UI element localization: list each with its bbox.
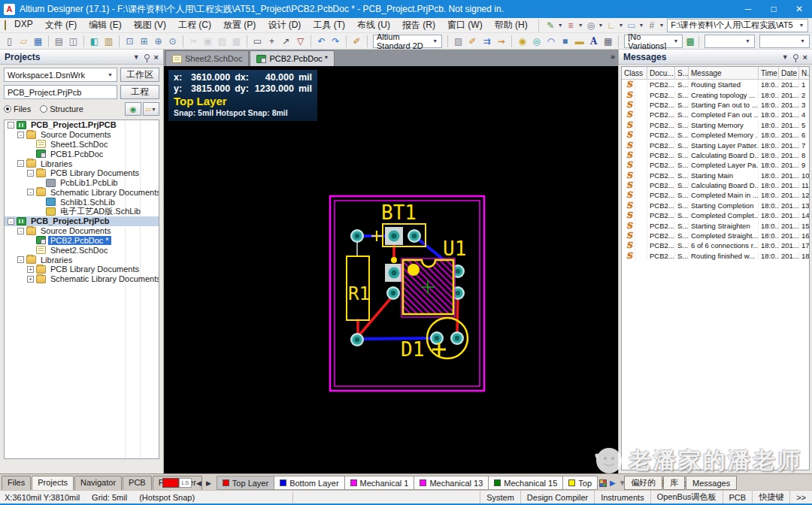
via-icon[interactable]: ◎ [530,35,543,47]
message-row[interactable]: SPCB2....S...Completed Complet...18:0...… [622,210,809,220]
pcb-layout[interactable]: BT1 U1 R1 D1 [164,66,618,473]
empty-combo-2[interactable]: ▼ [759,35,810,48]
route-hatch-icon[interactable]: ▨ [452,35,465,47]
column-header-2[interactable]: S... [675,67,689,79]
align-tool-dropdown-icon[interactable]: ▼ [578,23,583,28]
open-device-view-icon[interactable]: ◧ [88,35,101,47]
variant-board-icon[interactable]: ▩ [686,35,695,47]
menu-item-1[interactable]: 文件 (F) [39,17,83,33]
bottom-right-tab-2[interactable]: Messages [686,476,737,490]
menu-item-7[interactable]: 工具 (T) [307,17,351,33]
component-icon[interactable]: ▦ [601,35,614,47]
menu-item-8[interactable]: 布线 (U) [351,17,396,33]
pad-icon[interactable]: ◉ [516,35,529,47]
panel-menu-icon[interactable]: ▼ [133,53,140,61]
tree-item-2[interactable]: Sheet1.SchDoc [5,140,159,150]
cross-probe-icon[interactable]: ✐ [350,35,363,47]
via[interactable] [391,257,397,263]
files-radio[interactable]: Files [4,104,31,113]
column-header-4[interactable]: Time [759,67,779,79]
open-folder-icon[interactable]: ▱▼ [143,102,159,116]
zoom-document-icon[interactable]: ⊡ [123,35,136,47]
message-row[interactable]: SPCB2....S...Routing finished w...18:0..… [622,251,809,261]
arc-icon[interactable]: ◠ [544,35,557,47]
column-header-1[interactable]: Docu... [647,67,675,79]
address-combo[interactable]: F:\课件资料\个人用\工程实践\AT5▼ [667,19,808,32]
collapse-icon[interactable]: - [8,122,14,129]
pad-array-icon[interactable]: ▬ [573,35,586,47]
find-similar-dropdown-icon[interactable]: ▼ [598,23,604,28]
message-row[interactable]: SPCB2....S...Completed Main in ...18:0..… [622,190,809,200]
system-button-6[interactable]: >> [789,491,812,503]
message-row[interactable]: SPCB2....S...Starting Memory18:0...201..… [622,120,809,130]
maximize-button[interactable]: □ [761,0,786,18]
tree-item-14[interactable]: -Libraries [5,255,159,265]
message-row[interactable]: SPCB2....S...Starting Main18:0...201...1… [622,171,809,180]
grid-tool-icon[interactable]: # [645,19,658,32]
tree-item-16[interactable]: +Schematic Library Documents [5,274,159,284]
layer-tab-5[interactable]: Mechanical 15 [489,476,563,490]
tree-item-0[interactable]: -PCB_Project1.PrjPCB [5,120,159,130]
message-row[interactable]: SPCB2....S...Completed Memory ...18:0...… [622,130,809,140]
panel-close-icon[interactable]: × [803,53,807,62]
new-document-icon[interactable]: ▯ [3,35,16,47]
find-similar-icon[interactable]: ◎ [585,19,598,32]
system-button-4[interactable]: PCB [723,491,753,503]
pin-icon[interactable] [793,54,798,59]
document-tab-1[interactable]: Sheet2.SchDoc [165,50,249,66]
menu-item-9[interactable]: 报告 (R) [396,17,441,33]
view-configuration-combo[interactable]: Altium Standard 2D▼ [373,35,442,48]
clear-filter-icon[interactable]: ▽ [294,35,307,47]
tree-item-7[interactable]: -Schematic Library Documents [5,188,159,198]
collapse-icon[interactable]: - [17,228,24,234]
menu-item-6[interactable]: 设计 (D) [262,17,307,33]
tree-item-10[interactable]: -PCB_Project.PrjPcb [5,216,159,226]
save-document-icon[interactable]: ▦ [32,35,44,47]
tree-item-1[interactable]: -Source Documents [5,130,159,140]
layer-tab-6[interactable]: Top [563,476,598,490]
tree-item-3[interactable]: PCB1.PcbDoc [5,149,159,159]
string-icon[interactable]: A [587,35,600,47]
panel-close-icon[interactable]: × [154,53,159,62]
panel-menu-icon[interactable]: ▼ [782,53,789,61]
message-row[interactable]: SPCB2....S...Completed Fan out ...18:0..… [622,110,809,119]
panel-tab-pcb[interactable]: PCB [123,476,152,490]
tree-item-6[interactable]: PcbLib1.PcbLib [5,178,159,188]
tree-item-11[interactable]: -Source Documents [5,226,159,236]
system-button-2[interactable]: Instruments [594,491,650,503]
fill-icon[interactable]: ■ [559,35,571,47]
empty-combo-1[interactable]: ▼ [704,35,755,48]
workspace-combo[interactable]: Workspace1.DsnWrk▼ [4,68,117,82]
message-row[interactable]: SPCB2....S...Completed Layer Pa...18:0..… [622,160,809,170]
differential-pair-icon[interactable]: ⇉ [480,35,493,47]
message-row[interactable]: SPCB2....S...6 of 6 connections r...18:0… [622,240,809,250]
menu-item-5[interactable]: 放置 (P) [217,17,262,33]
menu-item-10[interactable]: 窗口 (W) [441,17,489,33]
layer-tab-4[interactable]: Mechanical 13 [414,476,489,490]
bottom-right-tab-1[interactable]: 库 [663,476,685,490]
copy-icon[interactable]: ▣ [201,35,214,47]
collapse-icon[interactable]: - [27,170,34,177]
layer-set-color[interactable] [162,478,179,488]
variations-combo[interactable]: [No Variations]▼ [624,35,683,48]
menu-item-4[interactable]: 工程 (C) [172,17,217,33]
expand-icon[interactable]: + [27,266,34,273]
reposition-icon[interactable]: ↗ [280,35,292,47]
dimension-tool-icon[interactable]: ∟ [605,19,618,32]
menu-item-3[interactable]: 视图 (V) [128,17,172,33]
move-selection-icon[interactable]: + [265,35,278,47]
expand-icon[interactable]: + [27,276,34,283]
panel-tab-projects[interactable]: Projects [32,476,74,490]
tree-item-15[interactable]: +PCB Library Documents [5,265,159,274]
panel-tab-files[interactable]: Files [2,476,31,490]
workspace-button[interactable]: 工作区 [120,68,159,82]
system-button-0[interactable]: System [480,491,520,503]
message-row[interactable]: SPCB2....S...Completed Straight...18:0..… [622,231,809,240]
tree-item-12[interactable]: PCB2.PcbDoc * [5,236,159,246]
bottom-right-tab-0[interactable]: 偏好的 [624,476,662,490]
system-button-3[interactable]: OpenBus调色板 [650,491,723,503]
layer-next-icon[interactable]: ▶ [610,479,616,487]
paste-icon[interactable]: ▨ [216,35,229,47]
layer-color-icon[interactable] [599,479,607,487]
menu-dxp[interactable]: DXP [8,17,39,33]
